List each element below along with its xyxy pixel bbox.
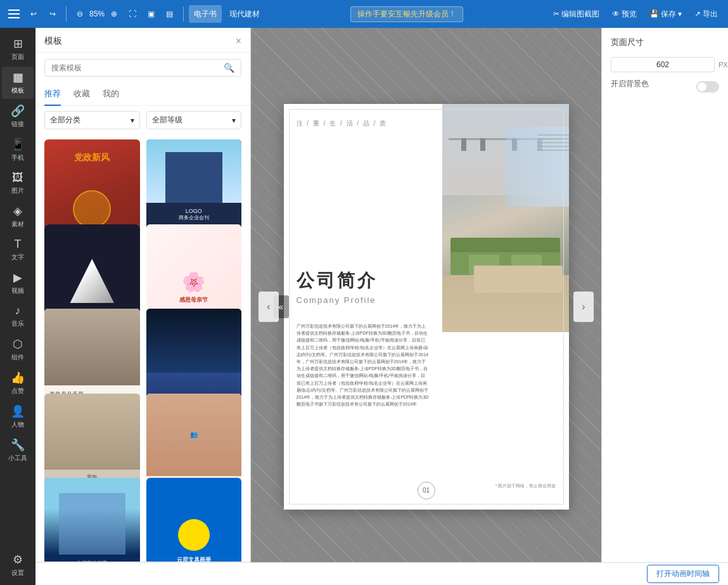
divider-1 <box>66 6 67 22</box>
tpl4-flower: 🌸 <box>182 271 205 293</box>
save-dropdown-icon: ▾ <box>678 10 682 18</box>
tab-collect[interactable]: 收藏 <box>73 83 90 106</box>
zoom-control: ⊖ 85% ⊕ ⛶ ▣ ▤ <box>72 5 178 23</box>
sidebar-item-tools[interactable]: 🔧 小工具 <box>2 434 34 466</box>
template-icon: ▦ <box>13 70 23 84</box>
link-icon: 🔗 <box>11 104 25 118</box>
sidebar-label-person: 人物 <box>11 420 24 429</box>
music-icon: ♪ <box>15 304 21 318</box>
undo-button[interactable]: ↩ <box>25 5 42 23</box>
sidebar-label-tools: 小工具 <box>8 454 27 463</box>
bg-label: 开启背景色 <box>611 79 649 89</box>
toolbar-right: ✂ 编辑图截图 👁 预览 💾 保存 ▾ ↗ 导出 <box>548 5 723 23</box>
sidebar-item-image[interactable]: 🖼 图片 <box>2 167 34 199</box>
tpl4-title: 感恩母亲节 <box>179 296 208 304</box>
bg-toggle[interactable] <box>696 81 719 93</box>
component-icon: ⬡ <box>13 337 23 351</box>
view1-button[interactable]: ▣ <box>143 5 160 23</box>
canvas-next-button[interactable]: › <box>573 292 594 322</box>
tab-recommend[interactable]: 推荐 <box>44 83 61 106</box>
sidebar-label-image: 图片 <box>11 186 24 195</box>
sidebar-label-mobile: 手机 <box>11 153 24 162</box>
sidebar-label-like: 点赞 <box>11 387 24 395</box>
sidebar-item-mobile[interactable]: 📱 手机 <box>2 134 34 166</box>
category-chevron-icon: ▾ <box>131 116 134 125</box>
tpl2-title: 商务企业会刊 <box>151 214 237 221</box>
sidebar-label-video: 视频 <box>11 286 24 295</box>
save-button[interactable]: 💾 保存 ▾ <box>644 5 687 23</box>
room-photo <box>442 104 569 332</box>
sidebar-item-text[interactable]: T 文字 <box>2 234 34 266</box>
export-icon: ↗ <box>694 10 701 18</box>
fullscreen-button[interactable]: ⛶ <box>124 5 141 23</box>
sidebar-item-link[interactable]: 🔗 链接 <box>2 100 34 132</box>
tpl10-title: 云层文具画册 <box>177 556 211 562</box>
video-icon: ▶ <box>13 271 22 285</box>
level-filter[interactable]: 全部等级 ▾ <box>146 111 242 129</box>
canvas-area: ‹ › 注 / 重 / 生 / 活 / 品 / 质 <box>251 28 601 585</box>
tabs-row: 推荐 收藏 我的 <box>35 83 250 106</box>
tpl3-shape <box>70 259 114 303</box>
sidebar-item-like[interactable]: 👍 点赞 <box>2 367 34 399</box>
sidebar-label-component: 组件 <box>11 353 24 362</box>
level-chevron-icon: ▾ <box>232 116 236 125</box>
right-panel-title: 页面尺寸 <box>611 37 719 48</box>
sidebar-item-person[interactable]: 👤 人物 <box>2 401 34 433</box>
zoom-in-button[interactable]: ⊕ <box>106 5 122 23</box>
like-icon: 👍 <box>11 371 25 385</box>
preview-icon: 👁 <box>612 10 620 18</box>
right-panel: 页面尺寸 PX PX 开启背景色 <box>601 28 728 585</box>
template-card-10[interactable]: 云层文具画册 <box>146 478 242 562</box>
sidebar-label-link: 链接 <box>11 120 24 129</box>
bottom-bar: 打开动画时间轴 <box>35 562 728 585</box>
close-button[interactable]: × <box>236 35 241 47</box>
tpl1-title: 党政新风 <box>51 152 134 164</box>
image-icon: 🖼 <box>12 171 23 184</box>
animate-timeline-button[interactable]: 打开动画时间轴 <box>647 565 719 583</box>
canvas-prev-button[interactable]: ‹ <box>259 292 279 322</box>
doc-main-title: 公司简介 <box>297 268 378 292</box>
menu-icon[interactable] <box>5 5 23 23</box>
text-icon: T <box>15 238 22 251</box>
level-label: 全部等级 <box>152 115 182 125</box>
sidebar-item-settings[interactable]: ⚙ 设置 <box>2 549 34 585</box>
zoom-out-button[interactable]: ⊖ <box>72 5 88 23</box>
sidebar-item-video[interactable]: ▶ 视频 <box>2 267 34 299</box>
sidebar-item-template[interactable]: ▦ 模板 <box>2 67 34 99</box>
room-blinds <box>537 134 569 162</box>
promo-banner[interactable]: 操作手要安互暢先升级会员！ <box>350 6 463 22</box>
redo-button[interactable]: ↪ <box>44 5 61 23</box>
category-filter[interactable]: 全部分类 ▾ <box>44 111 140 129</box>
sidebar-label-template: 模板 <box>11 86 24 95</box>
crop-icon: ✂ <box>553 10 559 18</box>
mobile-icon: 📱 <box>11 138 25 151</box>
export-button[interactable]: ↗ 导出 <box>689 5 723 23</box>
modern-button[interactable]: 现代建材 <box>224 5 265 23</box>
crop-button[interactable]: ✂ 编辑图截图 <box>548 5 604 23</box>
room-table <box>474 266 563 293</box>
doc-right-photo <box>442 104 569 332</box>
sidebar-label-music: 音乐 <box>11 319 24 328</box>
sidebar-item-component[interactable]: ⬡ 组件 <box>2 333 34 366</box>
search-box[interactable]: 🔍 <box>44 59 241 77</box>
filter-row: 全部分类 ▾ 全部等级 ▾ <box>35 106 250 134</box>
sidebar-label-material: 素材 <box>11 220 24 229</box>
sidebar-item-music[interactable]: ♪ 音乐 <box>2 300 34 332</box>
doc-page-number: 01 <box>418 482 435 499</box>
room-light-2 <box>480 138 485 151</box>
view2-button[interactable]: ▤ <box>161 5 178 23</box>
sidebar-item-page[interactable]: ⊞ 页面 <box>2 33 34 65</box>
sidebar-item-material[interactable]: ◈ 素材 <box>2 200 34 233</box>
tab-mine[interactable]: 我的 <box>103 83 119 106</box>
template-card-9[interactable]: 公司宣传画册 <box>44 478 140 562</box>
preview-button[interactable]: 👁 预览 <box>607 5 642 23</box>
settings-icon: ⚙ <box>13 553 23 567</box>
doc-title-block: 公司简介 Company Profile <box>297 268 378 304</box>
doc-sub-title: Company Profile <box>297 295 378 304</box>
ebook-button[interactable]: 电子书 <box>189 5 222 23</box>
search-input[interactable] <box>51 63 220 72</box>
width-unit: PX <box>718 61 728 68</box>
tools-icon: 🔧 <box>11 438 25 452</box>
sidebar-label-text: 文字 <box>11 253 24 262</box>
width-input[interactable] <box>611 57 715 72</box>
